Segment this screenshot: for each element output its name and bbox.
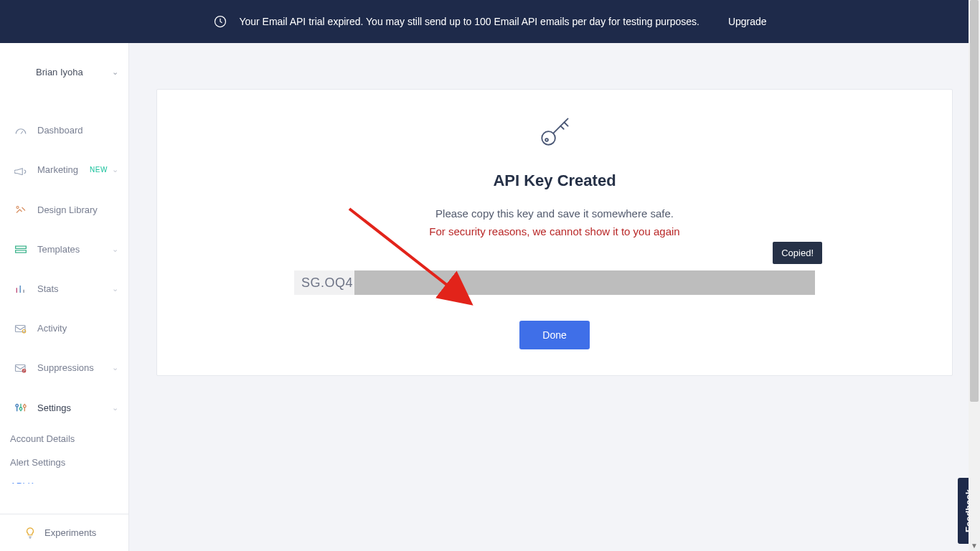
trial-banner: Your Email API trial expired. You may st… <box>0 0 980 43</box>
svg-rect-2 <box>16 246 27 248</box>
experiments-label: Experiments <box>44 527 96 538</box>
avatar <box>13 65 27 79</box>
gauge-icon <box>14 126 27 136</box>
sidebar-item-label: Settings <box>37 402 71 413</box>
activity-icon <box>14 324 27 334</box>
chevron-down-icon: ⌄ <box>112 165 118 174</box>
sidebar-item-stats[interactable]: Stats ⌄ <box>0 269 128 309</box>
stats-icon <box>14 284 27 294</box>
copied-tooltip: Copied! <box>773 242 822 264</box>
subnav-api-keys[interactable]: API Keys <box>10 478 128 484</box>
banner-message: Your Email API trial expired. You may st… <box>239 16 699 27</box>
sidebar-item-label: Templates <box>37 244 80 255</box>
megaphone-icon <box>14 165 27 175</box>
sidebar-item-dashboard[interactable]: Dashboard <box>0 110 128 150</box>
chevron-down-icon: ⌄ <box>112 363 118 372</box>
main-content: API Key Created Please copy this key and… <box>129 43 980 551</box>
svg-point-10 <box>24 405 27 408</box>
key-icon <box>186 113 923 151</box>
sidebar-item-design-library[interactable]: Design Library <box>0 189 128 230</box>
svg-point-1 <box>17 207 19 209</box>
subnav-account-details[interactable]: Account Details <box>10 430 128 447</box>
svg-rect-3 <box>16 250 27 252</box>
subnav-alert-settings[interactable]: Alert Settings <box>10 454 128 471</box>
chevron-down-icon: ⌄ <box>112 284 118 293</box>
sidebar-item-marketing[interactable]: Marketing NEW ⌄ <box>0 150 128 189</box>
sidebar-item-label: Dashboard <box>37 125 83 136</box>
scroll-down-icon[interactable]: ▼ <box>969 540 980 551</box>
card-warning: For security reasons, we cannot show it … <box>186 225 923 237</box>
sidebar-item-settings[interactable]: Settings ⌄ <box>0 387 128 428</box>
sidebar-item-suppressions[interactable]: Suppressions ⌄ <box>0 348 128 387</box>
svg-point-12 <box>545 138 548 141</box>
user-name: Brian Iyoha <box>36 67 83 77</box>
sidebar-item-activity[interactable]: Activity <box>0 309 128 348</box>
settings-icon <box>14 402 27 413</box>
chevron-down-icon: ⌄ <box>112 67 118 77</box>
settings-subnav: Account Details Alert Settings API Keys <box>0 428 128 491</box>
lightbulb-icon <box>24 527 36 540</box>
sidebar-item-label: Activity <box>37 323 67 334</box>
sidebar-experiments[interactable]: Experiments <box>0 514 128 551</box>
sidebar-nav: Dashboard Marketing NEW ⌄ Design Library <box>0 110 128 551</box>
sidebar-item-label: Stats <box>37 283 59 294</box>
scroll-thumb[interactable] <box>970 0 979 402</box>
sidebar-item-label: Suppressions <box>37 362 94 373</box>
api-key-redacted <box>354 270 815 295</box>
chevron-down-icon: ⌄ <box>112 245 118 254</box>
upgrade-link[interactable]: Upgrade <box>728 16 767 27</box>
suppressions-icon <box>14 363 27 373</box>
sidebar-item-label: Marketing <box>37 164 78 175</box>
svg-rect-4 <box>16 325 26 331</box>
api-key-field[interactable]: SG.OQ4 <box>294 270 815 295</box>
api-key-row: Copied! SG.OQ4 <box>294 270 815 295</box>
svg-point-8 <box>16 405 19 408</box>
api-key-created-card: API Key Created Please copy this key and… <box>156 89 953 376</box>
clock-icon <box>213 14 227 29</box>
chevron-down-icon: ⌄ <box>112 403 118 413</box>
sidebar-item-label: Design Library <box>37 204 98 215</box>
sidebar-item-templates[interactable]: Templates ⌄ <box>0 230 128 269</box>
card-title: API Key Created <box>186 171 923 190</box>
done-button[interactable]: Done <box>519 321 589 349</box>
card-subtitle: Please copy this key and save it somewhe… <box>186 207 923 220</box>
sidebar: Brian Iyoha ⌄ Dashboard Marketing NEW ⌄ <box>0 43 129 551</box>
templates-icon <box>14 245 27 255</box>
new-badge: NEW <box>90 166 108 174</box>
svg-point-9 <box>19 408 22 410</box>
scrollbar[interactable]: ▲ ▼ <box>969 0 980 551</box>
user-menu[interactable]: Brian Iyoha ⌄ <box>0 43 128 93</box>
api-key-prefix: SG.OQ4 <box>301 276 353 291</box>
design-icon <box>14 204 27 215</box>
